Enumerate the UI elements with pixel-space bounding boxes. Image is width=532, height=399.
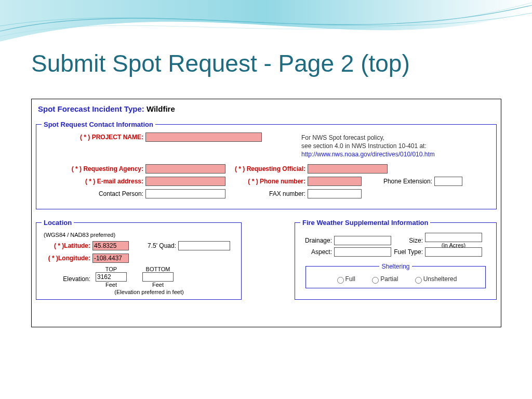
policy-line1: For NWS Spot forecast policy, <box>301 134 435 142</box>
location-legend: Location <box>42 219 74 227</box>
sheltering-unsheltered-option[interactable]: Unsheltered <box>413 275 457 283</box>
incident-type-line: Spot Forecast Incident Type: Wildfire <box>38 104 498 113</box>
elevation-top-unit: Feet <box>92 282 130 288</box>
size-label: Size: <box>391 237 425 244</box>
elevation-bottom-header: BOTTOM <box>139 266 177 272</box>
quad-input[interactable] <box>178 241 230 250</box>
elevation-bottom-input[interactable] <box>142 272 174 282</box>
location-fieldset: Location (WGS84 / NAD83 preferred) ( * )… <box>36 219 242 300</box>
requesting-official-input[interactable] <box>308 164 388 174</box>
latitude-label: ( * )Latitude: <box>42 242 92 249</box>
sheltering-partial-radio[interactable] <box>372 277 379 284</box>
size-input[interactable] <box>425 233 482 242</box>
requesting-agency-label: ( * ) Requesting Agency: <box>42 165 145 172</box>
sheltering-partial-label: Partial <box>380 275 398 283</box>
aspect-label: Aspect: <box>300 248 334 256</box>
sheltering-full-label: Full <box>345 275 355 283</box>
supplemental-legend: Fire Weather Supplemental Information <box>300 219 430 227</box>
phone-input[interactable] <box>308 177 362 186</box>
policy-link[interactable]: http://www.nws.noaa.gov/directives/010/0… <box>301 150 435 158</box>
elevation-note: (Elevation preferred in feet) <box>62 289 236 295</box>
sheltering-full-option[interactable]: Full <box>335 275 355 283</box>
fuel-type-label: Fuel Type: <box>391 248 425 256</box>
incident-type-label: Spot Forecast Incident Type: <box>38 104 144 113</box>
policy-text: For NWS Spot forecast policy, see sectio… <box>275 132 435 159</box>
elevation-top-input[interactable] <box>96 272 127 282</box>
longitude-input[interactable] <box>92 254 129 263</box>
slide-title: Submit Spot Request - Page 2 (top) <box>31 49 410 77</box>
phone-ext-label: Phone Extension: <box>362 178 434 185</box>
latitude-input[interactable] <box>92 241 129 250</box>
fax-input[interactable] <box>308 189 362 198</box>
sheltering-unsheltered-label: Unsheltered <box>423 275 457 283</box>
fuel-type-input[interactable] <box>425 247 482 257</box>
coord-system-note: (WGS84 / NAD83 preferred) <box>44 232 236 238</box>
phone-ext-input[interactable] <box>434 177 462 186</box>
elevation-bottom-unit: Feet <box>139 282 177 288</box>
contact-info-legend: Spot Request Contact Information <box>42 121 155 128</box>
contact-person-label: Contact Person: <box>42 190 145 197</box>
requesting-agency-input[interactable] <box>145 164 225 174</box>
longitude-label: ( * )Longitude: <box>42 255 92 262</box>
incident-type-value: Wildfire <box>147 104 175 113</box>
drainage-input[interactable] <box>334 236 391 245</box>
email-input[interactable] <box>145 177 225 186</box>
project-name-input[interactable] <box>145 132 262 142</box>
supplemental-fieldset: Fire Weather Supplemental Information Dr… <box>295 219 497 300</box>
sheltering-unsheltered-radio[interactable] <box>415 277 422 284</box>
form-screenshot-frame: Spot Forecast Incident Type: Wildfire Sp… <box>31 99 501 327</box>
sheltering-full-radio[interactable] <box>337 277 344 284</box>
requesting-official-label: ( * ) Requesting Official: <box>225 165 308 172</box>
sheltering-partial-option[interactable]: Partial <box>369 275 398 283</box>
project-name-label: ( * ) PROJECT NAME: <box>42 134 145 141</box>
policy-line2: see section 4.0 in NWS Instruction 10-40… <box>301 142 435 150</box>
aspect-input[interactable] <box>334 247 391 257</box>
phone-label: ( * ) Phone number: <box>225 178 308 185</box>
elevation-label: Elevation: <box>42 266 92 283</box>
email-label: ( * ) E-mail address: <box>42 178 145 185</box>
elevation-top-header: TOP <box>92 266 130 272</box>
fax-label: FAX number: <box>225 190 308 197</box>
contact-person-input[interactable] <box>145 189 225 198</box>
quad-label: 7.5' Quad: <box>129 242 178 249</box>
sheltering-legend: Sheltering <box>379 263 411 270</box>
drainage-label: Drainage: <box>300 237 334 244</box>
sheltering-fieldset: Sheltering Full Partial Unsheltered <box>305 263 486 288</box>
contact-info-fieldset: Spot Request Contact Information ( * ) P… <box>36 121 497 209</box>
